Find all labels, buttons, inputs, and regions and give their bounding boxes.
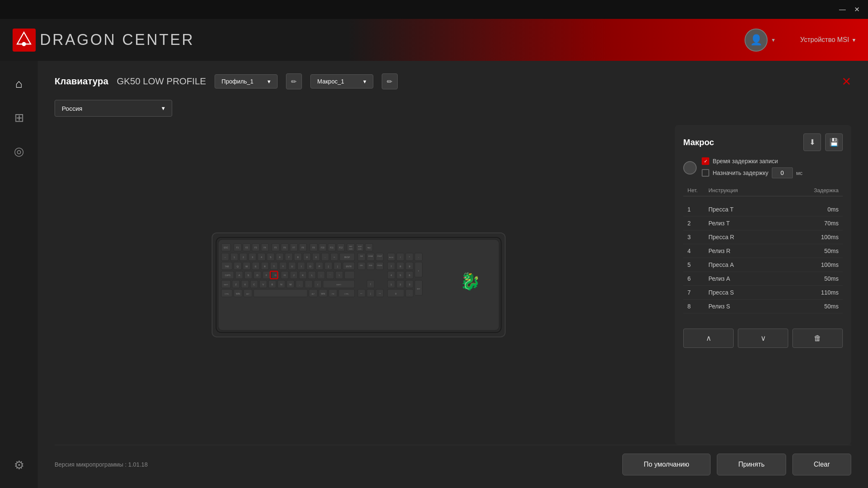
svg-text:1: 1 xyxy=(391,283,392,286)
page-header: Клавиатура GK50 LOW PROFILE Профиль_1 ▾ … xyxy=(55,73,851,89)
sidebar-item-network[interactable]: ◎ xyxy=(4,136,34,166)
set-delay-checkbox[interactable] xyxy=(702,169,709,177)
set-delay-label: Назначить задержку xyxy=(713,170,768,176)
close-window-button[interactable]: ✕ xyxy=(854,5,860,13)
profile-dropdown[interactable]: Профиль_1 ▾ xyxy=(215,74,278,89)
macro-actions: ∧ ∨ 🗑 xyxy=(683,329,843,348)
svg-text:ALT: ALT xyxy=(246,293,249,295)
macro-panel: Макрос ⬇ 💾 xyxy=(675,125,851,445)
titlebar: — ✕ xyxy=(0,0,868,19)
delay-input[interactable] xyxy=(772,167,793,178)
svg-text:X: X xyxy=(244,283,246,286)
svg-text:F5: F5 xyxy=(274,247,277,249)
ms-label: мс xyxy=(796,170,802,176)
move-up-button[interactable]: ∧ xyxy=(683,329,734,348)
user-area[interactable]: 👤 ▾ xyxy=(745,29,775,52)
accept-button[interactable]: Принять xyxy=(717,454,786,475)
sidebar-item-home[interactable]: ⌂ xyxy=(4,69,34,99)
header: DRAGON CENTER 👤 ▾ Устройство MSI ▾ xyxy=(0,19,868,61)
minimize-button[interactable]: — xyxy=(839,6,846,13)
svg-text:B: B xyxy=(271,283,273,286)
row-no: 8 xyxy=(687,303,704,310)
svg-text:SHIFT: SHIFT xyxy=(336,284,341,286)
svg-text:←: ← xyxy=(359,292,363,295)
row-no: 7 xyxy=(687,289,704,296)
model-label: GK50 LOW PROFILE xyxy=(117,76,206,87)
table-row[interactable]: 1 Пресса T 0ms xyxy=(683,203,843,217)
download-icon: ⬇ xyxy=(809,138,816,147)
svg-text:U: U xyxy=(291,265,293,268)
svg-text:C: C xyxy=(253,283,255,286)
app-title: DRAGON CENTER xyxy=(40,31,194,49)
svg-text:BKSP: BKSP xyxy=(344,256,350,258)
svg-text:WIN: WIN xyxy=(236,293,240,295)
macro-pencil-icon: ✏ xyxy=(387,78,392,86)
record-delay-checkbox[interactable]: ✓ xyxy=(702,157,709,165)
firmware-version: Версия микропрограммы : 1.01.18 xyxy=(55,461,148,468)
table-row[interactable]: 5 Пресса A 100ms xyxy=(683,258,843,272)
svg-text:PAU: PAU xyxy=(367,247,370,249)
record-button[interactable] xyxy=(683,161,697,175)
svg-text:D: D xyxy=(256,274,258,277)
row-delay: 50ms xyxy=(801,303,839,310)
macro-save-button[interactable]: 💾 xyxy=(825,133,843,151)
row-no: 5 xyxy=(687,261,704,268)
table-row[interactable]: 8 Релиз S 50ms xyxy=(683,300,843,313)
table-row[interactable]: 2 Релиз T 70ms xyxy=(683,217,843,230)
settings-icon: ⚙ xyxy=(14,458,24,472)
bottom-bar: Версия микропрограммы : 1.01.18 По умолч… xyxy=(55,445,851,475)
profile-edit-button[interactable]: ✏ xyxy=(286,73,302,89)
page-close-button[interactable]: ✕ xyxy=(842,75,851,89)
user-icon: 👤 xyxy=(750,34,763,46)
svg-text:ALT: ALT xyxy=(312,293,315,295)
content-area: Клавиатура GK50 LOW PROFILE Профиль_1 ▾ … xyxy=(38,61,868,488)
svg-text:R: R xyxy=(264,265,265,268)
row-instruction: Релиз S xyxy=(708,303,797,310)
user-avatar[interactable]: 👤 xyxy=(745,29,768,52)
country-dropdown[interactable]: Россия ▾ xyxy=(55,100,172,117)
profile-dropdown-arrow-icon: ▾ xyxy=(267,78,270,85)
svg-text:V: V xyxy=(262,283,264,286)
svg-text:M: M xyxy=(289,283,291,286)
sidebar-item-apps[interactable]: ⊞ xyxy=(4,103,34,132)
chevron-down-icon: ∨ xyxy=(760,334,766,343)
svg-text:W: W xyxy=(245,265,248,268)
bottom-buttons: По умолчанию Принять Clear xyxy=(622,454,851,475)
device-selector[interactable]: Устройство MSI ▾ xyxy=(800,36,855,44)
svg-text:N: N xyxy=(280,283,282,286)
table-row[interactable]: 4 Релиз R 50ms xyxy=(683,244,843,258)
row-no: 2 xyxy=(687,220,704,227)
svg-text:CTRL: CTRL xyxy=(344,293,349,295)
svg-text:~: ~ xyxy=(224,256,226,258)
macro-dropdown[interactable]: Макрос_1 ▾ xyxy=(310,74,373,89)
svg-text:END: END xyxy=(369,264,372,266)
row-no: 1 xyxy=(687,206,704,213)
svg-text:SHFT: SHFT xyxy=(224,284,228,286)
row-delay: 110ms xyxy=(801,289,839,296)
table-row[interactable]: 3 Пресса R 100ms xyxy=(683,230,843,244)
sidebar-item-settings[interactable]: ⚙ xyxy=(4,450,34,480)
row-no: 6 xyxy=(687,275,704,282)
default-button[interactable]: По умолчанию xyxy=(622,454,711,475)
row-delay: 50ms xyxy=(801,248,839,254)
svg-text:F8: F8 xyxy=(302,247,304,249)
move-down-button[interactable]: ∨ xyxy=(738,329,788,348)
svg-text:F2: F2 xyxy=(245,247,248,249)
macro-settings: ✓ Время задержки записи Назначить задерж… xyxy=(683,157,843,178)
macro-edit-button[interactable]: ✏ xyxy=(382,73,398,89)
row-instruction: Пресса A xyxy=(708,261,797,268)
svg-text:': ' xyxy=(330,274,330,277)
delete-button[interactable]: 🗑 xyxy=(792,329,843,348)
table-row[interactable]: 7 Пресса S 110ms xyxy=(683,286,843,300)
svg-text:O: O xyxy=(309,265,311,268)
table-row[interactable]: 6 Релиз A 50ms xyxy=(683,272,843,286)
svg-rect-132 xyxy=(344,271,354,279)
macro-record-row: ✓ Время задержки записи Назначить задерж… xyxy=(683,157,843,178)
col-no-header: Нет. xyxy=(687,187,704,193)
svg-text:S: S xyxy=(247,274,249,277)
svg-text:+: + xyxy=(418,270,419,272)
svg-text:DEL: DEL xyxy=(360,264,363,266)
macro-dropdown-value: Макрос_1 xyxy=(317,78,344,85)
macro-download-button[interactable]: ⬇ xyxy=(803,133,821,151)
clear-button[interactable]: Clear xyxy=(792,454,851,475)
